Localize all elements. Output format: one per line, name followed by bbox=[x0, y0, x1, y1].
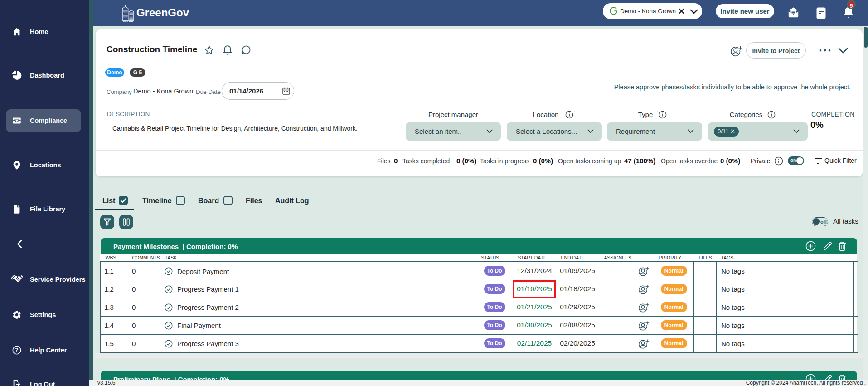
svg-text:?: ? bbox=[15, 347, 18, 353]
